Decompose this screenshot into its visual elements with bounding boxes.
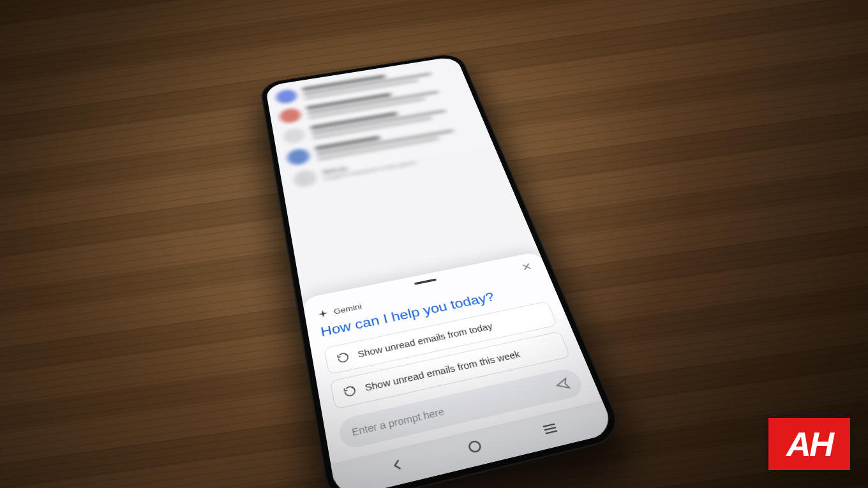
suggestion-chip-today[interactable]: Show unread emails from today — [324, 300, 557, 374]
gemini-heading: How can I help you today? — [319, 279, 544, 339]
avatar — [292, 168, 318, 188]
send-icon[interactable] — [553, 376, 571, 392]
gemini-header: Gemini — [317, 266, 537, 319]
phone-stage: itch.io lorgan3 released a new game: Gem… — [310, 0, 558, 488]
watermark-text: AH — [786, 424, 832, 464]
svg-point-2 — [345, 353, 347, 355]
suggestion-text: Show unread emails from this week — [364, 349, 521, 393]
svg-point-4 — [468, 440, 482, 452]
refresh-spark-icon — [336, 351, 350, 364]
suggestion-text: Show unread emails from today — [357, 321, 493, 359]
gemini-brand-label: Gemini — [333, 302, 363, 316]
svg-line-1 — [523, 263, 531, 270]
svg-line-7 — [546, 431, 557, 433]
svg-point-3 — [352, 387, 354, 388]
nav-recents-icon[interactable] — [539, 418, 562, 438]
svg-line-0 — [523, 263, 531, 270]
email-list-blurred: itch.io lorgan3 released a new game: — [265, 56, 539, 299]
svg-line-5 — [543, 424, 555, 426]
nav-home-icon[interactable] — [463, 436, 486, 457]
refresh-spark-icon — [342, 383, 357, 398]
nav-back-icon[interactable] — [385, 454, 408, 475]
svg-line-6 — [544, 427, 556, 429]
gemini-spark-icon — [317, 308, 329, 319]
watermark-logo: AH — [768, 418, 850, 470]
